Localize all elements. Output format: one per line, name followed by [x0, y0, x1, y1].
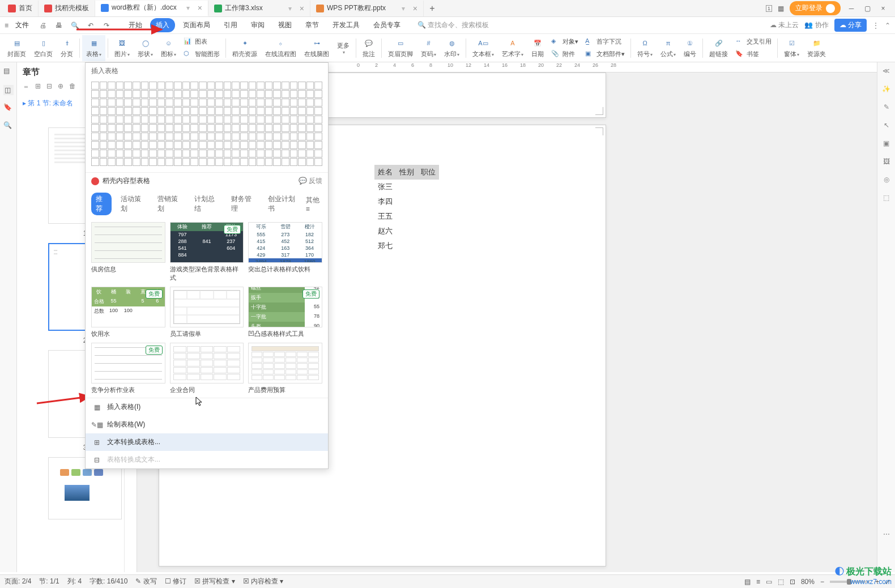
- up-icon[interactable]: ⊞: [35, 82, 41, 92]
- undo-icon[interactable]: ↶: [86, 22, 96, 29]
- page-info[interactable]: 页面: 2/4: [5, 577, 31, 586]
- template-dark-game[interactable]: 免费 体验推荐期待 7971173 288841237 541604 884 游…: [170, 222, 244, 282]
- icon-button[interactable]: ☺图标▾: [157, 35, 180, 61]
- cat-finance[interactable]: 财务管理: [227, 193, 259, 215]
- blank-page-button[interactable]: ▯空白页: [30, 35, 57, 61]
- revise-toggle[interactable]: ☐ 修订: [165, 577, 186, 586]
- tab-templates[interactable]: 找稻壳模板: [39, 1, 95, 16]
- select-icon[interactable]: ↖: [884, 121, 889, 129]
- tab-layout[interactable]: 页面布局: [177, 18, 216, 32]
- tab-view[interactable]: 视图: [272, 18, 297, 32]
- login-button[interactable]: 立即登录: [790, 1, 841, 15]
- maximize-icon[interactable]: ▢: [862, 3, 872, 14]
- content-check-toggle[interactable]: ☒ 内容检查 ▾: [243, 577, 284, 586]
- ai-icon[interactable]: ✨: [882, 85, 890, 93]
- object-button[interactable]: ◈对象▾: [548, 36, 582, 48]
- wordart-button[interactable]: A艺术字▾: [498, 35, 527, 61]
- expand-icon[interactable]: ＝: [23, 82, 29, 92]
- zoom-value[interactable]: 80%: [801, 578, 815, 586]
- date-button[interactable]: 📅日期: [527, 35, 548, 61]
- rewrite-toggle[interactable]: ✎ 改写: [135, 577, 156, 586]
- cover-page-button[interactable]: ▤封面页: [3, 35, 30, 61]
- highlight-icon[interactable]: ▣: [883, 139, 889, 147]
- tab-start[interactable]: 开始: [123, 18, 148, 32]
- cat-event[interactable]: 活动策划: [116, 193, 148, 215]
- attachment-button[interactable]: 📎附件: [548, 49, 582, 60]
- search-icon[interactable]: 🔍: [3, 121, 14, 131]
- outline-icon[interactable]: ▤: [3, 67, 14, 77]
- more-icon[interactable]: ⋯: [883, 530, 890, 538]
- form-button[interactable]: ☑窗体▾: [780, 35, 803, 61]
- section-info[interactable]: 节: 1/1: [39, 577, 59, 586]
- readmode-icon[interactable]: 1: [766, 5, 772, 12]
- tag-icon[interactable]: ◫: [3, 85, 14, 95]
- close-icon[interactable]: ×: [198, 3, 202, 12]
- textbox-button[interactable]: A▭文本框▾: [468, 35, 498, 61]
- flowchart-button[interactable]: ⬦在线流程图: [261, 35, 300, 61]
- view-print-icon[interactable]: ▤: [744, 578, 751, 586]
- cat-marketing[interactable]: 营销策划: [153, 193, 185, 215]
- cloud-status[interactable]: ☁ 未上云: [770, 20, 799, 30]
- menu-icon[interactable]: ≡: [5, 22, 8, 29]
- symbol-button[interactable]: Ω符号▾: [633, 35, 657, 61]
- preview-icon[interactable]: 🔍: [70, 22, 80, 29]
- numbering-button[interactable]: ①编号: [680, 35, 700, 61]
- apps-icon[interactable]: ▦: [778, 5, 784, 12]
- dropdown-icon[interactable]: ▾: [186, 4, 190, 12]
- header-footer-button[interactable]: ▭页眉页脚: [384, 35, 417, 61]
- bookmark-icon[interactable]: 🔖: [3, 103, 14, 113]
- spellcheck-toggle[interactable]: ☒ 拼写检查 ▾: [194, 577, 235, 586]
- picture-button[interactable]: 🖼图片▾: [110, 35, 134, 61]
- close-window-icon[interactable]: ×: [878, 3, 888, 14]
- tab-chapter[interactable]: 章节: [300, 18, 325, 32]
- down-icon[interactable]: ⊟: [46, 82, 52, 92]
- shape-button[interactable]: ◯形状▾: [134, 35, 157, 61]
- comment-button[interactable]: 💬批注: [359, 35, 379, 61]
- table-button[interactable]: ▦表格▾: [82, 35, 105, 61]
- print-icon[interactable]: 🖶: [54, 22, 64, 29]
- tab-word-doc[interactable]: word教程（新）.docx ▾ ×: [95, 1, 208, 16]
- smartart-button[interactable]: ⬡智能图形: [180, 49, 223, 60]
- del-icon[interactable]: 🗑: [69, 82, 76, 92]
- cat-recommend[interactable]: 推荐: [91, 193, 112, 215]
- share-button[interactable]: ☁ 分享: [834, 19, 867, 32]
- location-icon[interactable]: ◎: [884, 176, 889, 184]
- close-icon[interactable]: ×: [413, 4, 417, 13]
- zoom-fit-icon[interactable]: ⊡: [790, 578, 795, 586]
- template-tools[interactable]: 免费 螺丝42 扳手123 十字批55 一字批78 头盔90 凹凸感表格样式工具: [248, 287, 322, 338]
- action-insert-table[interactable]: ▦插入表格(I): [86, 398, 328, 416]
- screen-icon[interactable]: ⬚: [883, 194, 889, 202]
- action-text-to-table[interactable]: ⊞文本转换成表格...: [86, 433, 328, 451]
- docparts-button[interactable]: ▣文档部件▾: [582, 49, 628, 60]
- template-leave[interactable]: 员工请假单: [170, 287, 244, 338]
- minimize-icon[interactable]: ─: [846, 3, 856, 14]
- redo-icon[interactable]: ↷: [101, 22, 112, 29]
- view-web-icon[interactable]: ≡: [756, 578, 760, 586]
- template-drinks[interactable]: 可乐雪碧橙汁 555273182 415452512 424163364 429…: [248, 222, 322, 282]
- equation-button[interactable]: π公式▾: [657, 35, 680, 61]
- tab-dev[interactable]: 开发工具: [327, 18, 365, 32]
- view-read-icon[interactable]: ⬚: [778, 578, 784, 586]
- cooperation-button[interactable]: 👥 协作: [804, 20, 828, 30]
- template-contract[interactable]: 企业合同: [170, 343, 244, 394]
- doc-resource-button[interactable]: ✦稻壳资源: [228, 35, 261, 61]
- document-text[interactable]: 姓名性别职位 张三 李四 王五 赵六 郑七: [374, 165, 439, 253]
- table-grid-picker[interactable]: document.write(Array.from({length:10},()…: [86, 79, 328, 172]
- col-info[interactable]: 列: 4: [67, 577, 82, 586]
- cat-plan[interactable]: 计划总结: [190, 193, 222, 215]
- tab-excel[interactable]: 工作簿3.xlsx ▾ ×: [208, 1, 310, 16]
- template-housing[interactable]: 供房信息: [91, 222, 165, 282]
- chart-button[interactable]: 📊图表: [180, 36, 223, 48]
- watermark-button[interactable]: ◍水印▾: [440, 35, 463, 61]
- feedback-link[interactable]: 💬 反馈: [299, 176, 322, 186]
- close-icon[interactable]: ×: [300, 4, 304, 13]
- page-number-button[interactable]: #页码▾: [417, 35, 440, 61]
- tab-vip[interactable]: 会员专享: [368, 18, 406, 32]
- tab-ppt[interactable]: WPS PPT教程.pptx ▾ ×: [310, 1, 424, 16]
- more-icon[interactable]: ⋮: [872, 22, 879, 29]
- word-count[interactable]: 字数: 16/410: [90, 577, 127, 586]
- cat-startup[interactable]: 创业计划书: [263, 193, 301, 215]
- home-tab[interactable]: 首页: [2, 1, 39, 16]
- crossref-button[interactable]: ↔交叉引用: [732, 36, 775, 48]
- file-menu[interactable]: 文件: [12, 20, 32, 30]
